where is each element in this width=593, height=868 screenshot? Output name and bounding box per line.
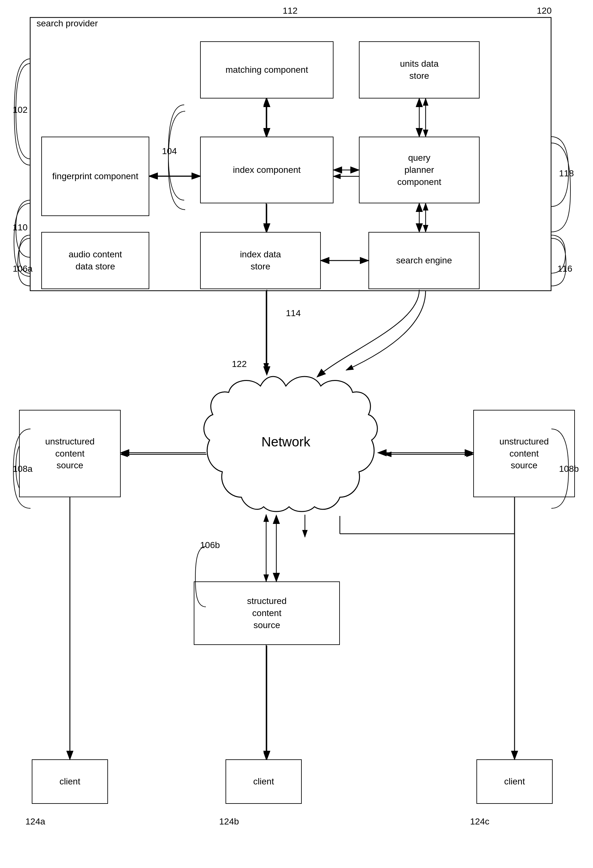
query-planner-label: queryplannercomponent [397,152,441,188]
ref-124c: 124c [470,816,490,827]
ref-114: 114 [286,308,301,318]
units-data-store-label: units datastore [400,58,438,82]
units-data-store-box: units datastore [359,41,479,99]
client-a-box: client [32,759,108,804]
client-b-label: client [253,775,274,788]
structured-content-label: structuredcontentsource [247,595,287,631]
matching-component-box: matching component [200,41,333,99]
index-data-store-box: index datastore [200,232,321,289]
unstructured-left-box: unstructuredcontentsource [19,410,121,497]
client-b-box: client [226,759,302,804]
ref-110: 110 [13,222,28,233]
structured-content-box: structuredcontentsource [194,582,340,645]
client-c-label: client [504,775,525,788]
unstructured-right-label: unstructuredcontentsource [499,435,549,471]
ref-124b: 124b [219,816,239,827]
ref-108a: 108a [13,464,32,474]
ref-112: 112 [283,6,298,16]
matching-component-label: matching component [226,64,308,76]
client-c-box: client [476,759,553,804]
index-component-label: index component [233,164,301,176]
search-engine-box: search engine [369,232,479,289]
svg-text:Network: Network [261,434,311,449]
ref-122: 122 [232,359,247,369]
diagram: search provider 112 120 102 104 110 106a… [0,0,593,868]
ref-116: 116 [558,264,572,274]
ref-108b: 108b [559,464,579,474]
ref-120: 120 [537,6,552,16]
audio-content-label: audio contentdata store [69,248,122,273]
unstructured-right-box: unstructuredcontentsource [473,410,575,497]
ref-106b: 106b [200,540,220,550]
ref-124a: 124a [25,816,45,827]
fingerprint-component-label: fingerprint component [52,170,139,182]
ref-104: 104 [162,146,177,156]
client-a-label: client [59,775,80,788]
ref-102: 102 [13,105,28,115]
index-data-store-label: index datastore [240,248,281,273]
ref-106a: 106a [13,264,32,274]
index-component-box: index component [200,137,333,203]
network-cloud: Network [194,370,378,516]
query-planner-box: queryplannercomponent [359,137,479,203]
audio-content-box: audio contentdata store [41,232,149,289]
search-engine-label: search engine [396,254,452,267]
search-provider-label: search provider [37,18,98,29]
ref-118: 118 [559,168,574,179]
unstructured-left-label: unstructuredcontentsource [45,435,94,471]
fingerprint-component-box: fingerprint component [41,137,149,216]
